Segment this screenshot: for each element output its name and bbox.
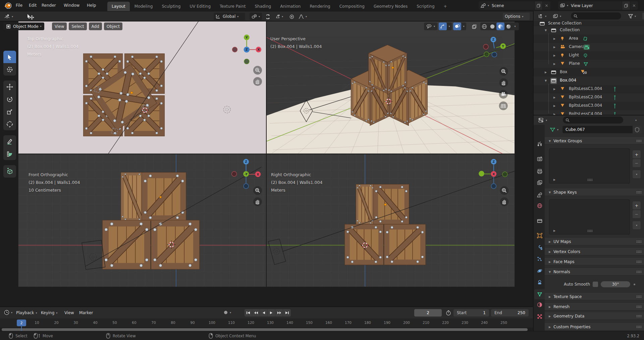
proportional-editing-toggle[interactable] — [288, 13, 296, 20]
shading-material-button[interactable] — [496, 22, 504, 30]
scene-selector[interactable]: ▾ Scene ✕ — [479, 1, 550, 10]
tab-sculpting[interactable]: Sculpting — [157, 2, 185, 11]
mesh-data-dropdown[interactable]: ▾ — [548, 126, 560, 133]
properties-tab-material[interactable] — [534, 300, 545, 310]
play-button[interactable] — [268, 309, 275, 317]
overlays-toggle[interactable] — [453, 22, 461, 30]
tool-scale[interactable] — [3, 105, 16, 118]
jump-to-end-button[interactable] — [283, 309, 291, 317]
menu-edit[interactable]: Edit — [27, 0, 39, 11]
section-header-normals[interactable]: ▼Normals — [545, 268, 644, 276]
outliner-filter-type-dropdown[interactable]: ▾ — [551, 12, 563, 20]
tab-compositing[interactable]: Compositing — [335, 2, 369, 11]
tab-scripting[interactable]: Scripting — [412, 2, 439, 11]
tool-rotate[interactable] — [3, 93, 16, 105]
section-header-uv-maps[interactable]: ▶UV Maps — [545, 238, 644, 245]
properties-tab-particles[interactable] — [534, 254, 545, 264]
outliner-row-bpltslessc4-004[interactable]: ▶BpltsLessC4.004 — [534, 110, 644, 115]
playhead-frame-badge[interactable]: 2 — [17, 320, 26, 326]
auto-keying-button[interactable]: ▾ — [221, 309, 233, 316]
timeline-editor-type-button[interactable]: ▾ — [2, 309, 14, 316]
jump-to-start-button[interactable] — [245, 309, 252, 317]
auto-smooth-angle-slider[interactable]: 30° — [601, 281, 630, 287]
gizmos-toggle[interactable] — [439, 22, 447, 30]
properties-tab-scene[interactable] — [534, 190, 545, 200]
current-frame-field[interactable]: 2 — [414, 309, 442, 317]
properties-tab-object-data[interactable] — [534, 289, 545, 299]
outliner-row-collection[interactable]: ▼Collection — [534, 26, 644, 35]
properties-tab-object[interactable] — [534, 231, 545, 241]
scene-copy-button[interactable] — [534, 1, 542, 10]
snap-target-dropdown[interactable]: ▾ — [274, 13, 285, 20]
scene-name[interactable]: Scene — [491, 3, 534, 8]
datablock-name-field[interactable]: Cube.067 — [562, 126, 633, 133]
frame-start-field[interactable]: Start 1 — [453, 309, 489, 317]
next-keyframe-button[interactable] — [275, 309, 283, 317]
outliner-filter-dropdown[interactable]: ▾ — [626, 12, 638, 20]
list-specials-button[interactable]: ▾ — [633, 170, 641, 178]
outliner-row-bpltslessc1-004[interactable]: ▶BpltsLessC1.004 — [534, 85, 644, 93]
auto-smooth-checkbox[interactable] — [593, 282, 598, 287]
tab-layout[interactable]: Layout — [107, 2, 130, 11]
tab-shading[interactable]: Shading — [250, 2, 275, 11]
overlays-dropdown[interactable]: ▾ — [461, 22, 466, 30]
timeline-menu-playback[interactable]: Playback▾ — [16, 309, 37, 317]
section-header-vertex-groups[interactable]: ▼Vertex Groups — [545, 137, 644, 145]
remove-item-button[interactable]: − — [633, 159, 641, 167]
timeline-menu-marker[interactable]: Marker — [79, 309, 93, 317]
properties-editor-type-button[interactable]: ▾ — [536, 116, 549, 124]
properties-tab-constraints[interactable] — [534, 278, 545, 288]
blender-logo-icon[interactable] — [4, 2, 11, 9]
outliner-row-box-004[interactable]: ▼Box.004 — [534, 77, 644, 85]
tab-animation[interactable]: Animation — [276, 2, 305, 11]
section-header-geometry-data[interactable]: ▶Geometry Data — [545, 312, 644, 320]
section-header-vertex-colors[interactable]: ▶Vertex Colors — [545, 248, 644, 255]
shading-rendered-button[interactable] — [504, 22, 513, 30]
proportional-falloff-dropdown[interactable]: ▾ — [297, 13, 309, 20]
timeline-menu-keying[interactable]: Keying▾ — [41, 309, 57, 317]
tab-rendering[interactable]: Rendering — [305, 2, 334, 11]
view-layer-name[interactable]: View Layer — [570, 3, 622, 8]
outliner-display-mode-dropdown[interactable]: ▾ — [536, 12, 548, 20]
outliner-row-area[interactable]: ▶Area — [534, 35, 644, 43]
tab-+[interactable]: + — [439, 2, 451, 11]
timeline-menu-view[interactable]: View — [64, 309, 74, 317]
menu-file[interactable]: File — [14, 0, 24, 11]
scrollbar-thumb[interactable] — [2, 328, 528, 331]
outliner-row-light[interactable]: ▶Light — [534, 51, 644, 60]
add-item-button[interactable]: + — [633, 150, 641, 158]
list-specials-button[interactable]: ▾ — [633, 221, 641, 229]
snap-magnet-icon[interactable] — [266, 14, 273, 19]
new-collection-button[interactable] — [642, 13, 644, 19]
tool-move[interactable] — [3, 81, 16, 93]
tool-add-cube[interactable] — [3, 165, 16, 178]
viewport-menu-object[interactable]: Object — [104, 22, 122, 30]
properties-search-input[interactable] — [563, 116, 623, 124]
options-dropdown[interactable]: Options ▾ — [503, 13, 530, 20]
view-layer-remove-button[interactable]: ✕ — [630, 1, 638, 10]
properties-tab-physics[interactable] — [534, 266, 545, 276]
add-item-button[interactable]: + — [633, 201, 641, 209]
view-layer-copy-button[interactable] — [622, 1, 630, 10]
tab-geometry-nodes[interactable]: Geometry Nodes — [369, 2, 412, 11]
shading-wireframe-button[interactable] — [480, 22, 488, 30]
prev-keyframe-button[interactable] — [252, 309, 260, 317]
properties-options-dropdown[interactable]: ▾ — [633, 116, 639, 124]
remove-item-button[interactable]: − — [633, 210, 641, 218]
outliner-search-input[interactable] — [571, 12, 621, 19]
3d-viewport[interactable]: YXZZYZX-YZX Object Mode ▾ ViewSelectAddO… — [0, 21, 533, 306]
tool-select-box[interactable] — [3, 51, 16, 63]
outliner-row-bpltslessc2-004[interactable]: ▶BpltsLessC2.004 — [534, 93, 644, 102]
tool-cursor[interactable] — [3, 63, 16, 76]
outliner-row-bpltslessc3-004[interactable]: ▶BpltsLessC3.004 — [534, 102, 644, 110]
properties-tab-render[interactable] — [534, 154, 545, 164]
outliner-row-box[interactable]: ▶Box20 — [534, 68, 644, 77]
timeline-ruler[interactable]: 1020304050607080901001101201301401501601… — [0, 319, 533, 328]
section-header-shape-keys[interactable]: ▼Shape Keys — [545, 189, 644, 196]
properties-tab-collection[interactable] — [534, 216, 545, 226]
pivot-point-dropdown[interactable]: ▾ — [250, 13, 262, 20]
tab-uv-editing[interactable]: UV Editing — [185, 2, 215, 11]
menu-window[interactable]: Window — [62, 0, 82, 11]
gizmos-dropdown[interactable]: ▾ — [447, 22, 452, 30]
scene-unlink-button[interactable]: ✕ — [542, 1, 550, 10]
